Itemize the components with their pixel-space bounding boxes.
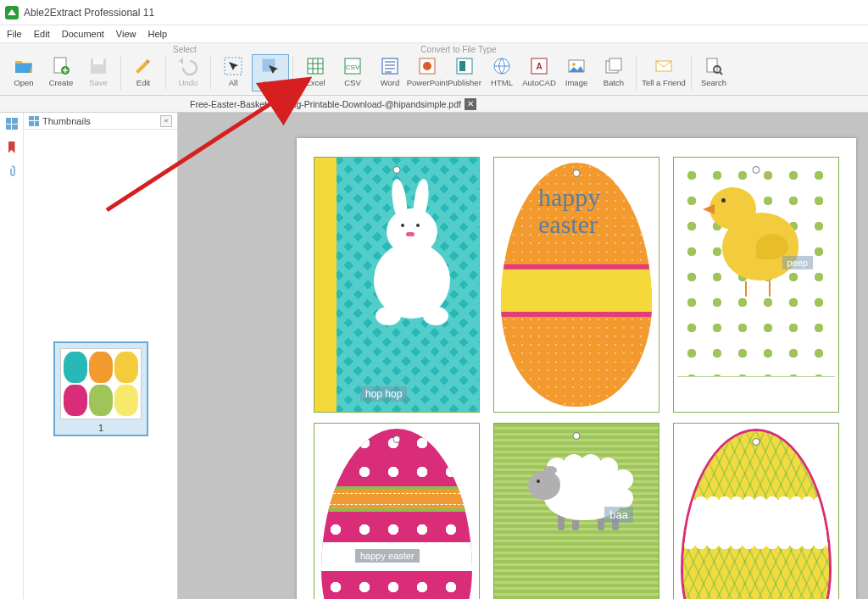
thumbnails-title: Thumbnails — [42, 116, 91, 126]
app-logo-icon — [5, 6, 19, 19]
menu-document[interactable]: Document — [62, 29, 104, 39]
sheep-badge: baa — [604, 507, 633, 523]
menu-edit[interactable]: Edit — [34, 29, 50, 39]
folder-open-icon — [14, 56, 34, 76]
convert-word-button[interactable]: Word — [371, 54, 409, 92]
egg1-text-line1: happy — [538, 183, 600, 212]
gift-tag-sheep: baa — [493, 423, 659, 599]
save-icon — [88, 56, 108, 76]
pdf-page: hop hop happy easter — [297, 138, 856, 599]
thumbnail-page-number: 1 — [60, 423, 142, 433]
pencil-icon — [133, 56, 153, 76]
tell-friend-button[interactable]: Tell a Friend — [640, 54, 687, 92]
csv-icon: CSV — [342, 56, 363, 76]
thumbnails-panel: Thumbnails « 1 — [24, 113, 178, 599]
toolbar-group-convert-label: Convert to File Type — [219, 45, 868, 54]
svg-rect-10 — [382, 58, 398, 74]
menu-view[interactable]: View — [116, 29, 136, 39]
bunny-badge: hop hop — [360, 386, 407, 402]
egg1-text-line2: easter — [538, 210, 598, 239]
publisher-icon — [454, 56, 475, 76]
undo-icon — [178, 56, 198, 76]
svg-rect-14 — [459, 61, 465, 71]
cursor-area-icon — [260, 57, 281, 77]
close-tab-button[interactable]: ✕ — [465, 98, 476, 110]
document-tab-bar: Free-Easter-Basket-Gift-Tag-Printable-Do… — [0, 96, 868, 113]
create-button[interactable]: Create — [42, 54, 80, 92]
convert-excel-button[interactable]: Excel — [297, 54, 334, 92]
app-title: Able2Extract Professional 11 — [24, 7, 154, 19]
file-new-icon — [51, 56, 71, 76]
svg-rect-4 — [93, 58, 103, 64]
edit-button[interactable]: Edit — [125, 54, 162, 92]
menu-bar: File Edit Document View Help — [0, 25, 868, 42]
undo-button: Undo — [170, 54, 207, 92]
search-button[interactable]: Search — [695, 54, 732, 92]
batch-button[interactable]: Batch — [595, 54, 632, 92]
select-all-button[interactable]: All — [214, 54, 252, 92]
convert-image-button[interactable]: Image — [558, 54, 595, 92]
select-area-button[interactable]: Area — [252, 54, 289, 92]
side-tool-strip — [0, 113, 24, 599]
convert-autocad-button[interactable]: AAutoCAD — [520, 54, 558, 92]
open-button[interactable]: Open — [5, 54, 42, 92]
convert-powerpoint-button[interactable]: PowerPoint — [409, 54, 446, 92]
title-bar: Able2Extract Professional 11 — [0, 0, 868, 25]
chick-illustration — [709, 183, 811, 293]
powerpoint-icon — [417, 56, 437, 76]
save-button: Save — [80, 54, 117, 92]
autocad-icon: A — [529, 56, 549, 76]
document-tab-filename[interactable]: Free-Easter-Basket-Gift-Tag-Printable-Do… — [190, 99, 461, 109]
gift-tag-bunny: hop hop — [314, 157, 480, 413]
convert-csv-button[interactable]: CSVCSV — [334, 54, 371, 92]
chick-badge: peep — [782, 256, 813, 269]
svg-text:A: A — [536, 62, 542, 71]
page-thumbnail[interactable]: 1 — [53, 341, 148, 436]
gift-tag-egg-orange: happy easter — [493, 157, 659, 413]
gift-tag-egg-pink: happy easter — [314, 423, 480, 599]
bunny-illustration — [365, 183, 459, 327]
bookmark-icon[interactable] — [8, 141, 15, 153]
word-icon — [380, 56, 400, 76]
thumbnails-view-icon[interactable] — [6, 118, 18, 130]
egg2-badge: happy easter — [355, 549, 420, 563]
attachment-icon[interactable] — [6, 165, 18, 177]
toolbar: Select Convert to File Type Open Create … — [0, 42, 868, 96]
batch-icon — [604, 56, 624, 76]
cursor-all-icon — [223, 56, 243, 76]
mail-icon — [654, 56, 674, 76]
svg-point-19 — [572, 63, 576, 66]
svg-rect-23 — [707, 58, 717, 72]
svg-rect-7 — [308, 58, 323, 74]
svg-point-12 — [423, 62, 431, 70]
search-icon — [704, 56, 724, 76]
menu-help[interactable]: Help — [148, 29, 168, 39]
excel-icon — [305, 56, 326, 76]
image-icon — [566, 56, 587, 76]
gift-tag-chick: peep — [673, 157, 839, 413]
collapse-panel-button[interactable]: « — [160, 115, 172, 127]
document-viewport[interactable]: hop hop happy easter — [178, 113, 868, 599]
convert-html-button[interactable]: HTML — [483, 54, 520, 92]
gift-tag-egg-yellow: happy easter — [673, 423, 839, 599]
svg-text:CSV: CSV — [346, 64, 360, 71]
toolbar-group-select-label: Select — [151, 45, 219, 54]
convert-publisher-button[interactable]: Publisher — [446, 54, 483, 92]
menu-file[interactable]: File — [7, 29, 22, 39]
html-icon — [492, 56, 512, 76]
svg-rect-21 — [609, 58, 621, 70]
